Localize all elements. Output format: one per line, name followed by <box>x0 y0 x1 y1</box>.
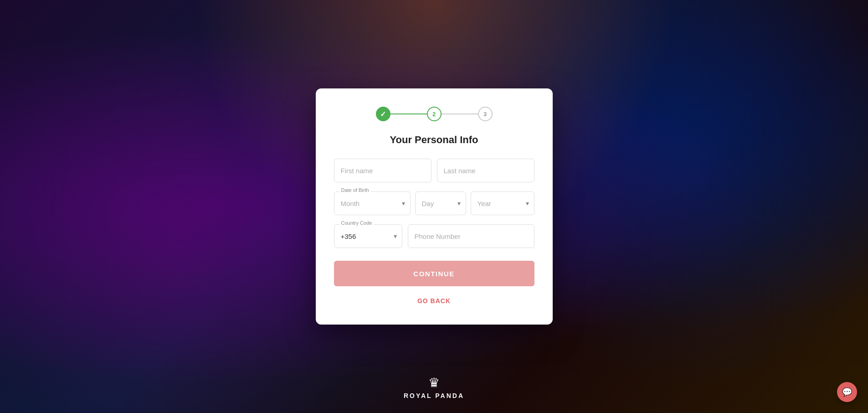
step-line-1 <box>390 114 427 114</box>
dob-label: Date of Birth <box>339 187 371 193</box>
step-1-circle <box>376 107 390 121</box>
year-select-wrapper: Year 2005200420032002 2001200019991998 1… <box>471 191 534 215</box>
country-code-select[interactable]: +356 +1 +44 +33 +49 +39 +34 <box>334 224 402 248</box>
day-group: Day 12345 678910 1112131415 1617181920 2… <box>415 191 466 215</box>
dob-group: Date of Birth Month January February Mar… <box>334 191 411 215</box>
month-select[interactable]: Month January February March April May J… <box>334 191 411 215</box>
continue-button[interactable]: CONTINUE <box>334 261 534 286</box>
go-back-button[interactable]: GO BACK <box>334 294 534 308</box>
registration-modal: 2 3 Your Personal Info Date of Birth <box>316 88 553 325</box>
logo-text: Royal Panda <box>404 392 464 399</box>
step-3-circle: 3 <box>478 107 493 121</box>
last-name-input[interactable] <box>437 159 534 182</box>
phone-row: Country Code +356 +1 +44 +33 +49 +39 +34 <box>334 224 534 248</box>
day-select[interactable]: Day 12345 678910 1112131415 1617181920 2… <box>415 191 466 215</box>
first-name-group <box>334 159 431 182</box>
country-code-group: Country Code +356 +1 +44 +33 +49 +39 +34 <box>334 224 402 248</box>
month-select-wrapper: Month January February March April May J… <box>334 191 411 215</box>
chat-button[interactable]: 💬 <box>837 382 857 402</box>
bottom-logo: ♛ Royal Panda <box>404 375 464 399</box>
main-overlay: 2 3 Your Personal Info Date of Birth <box>0 0 868 413</box>
name-row <box>334 159 534 182</box>
country-code-select-wrapper: +356 +1 +44 +33 +49 +39 +34 <box>334 224 402 248</box>
step-2-circle: 2 <box>427 107 442 121</box>
dob-row: Date of Birth Month January February Mar… <box>334 191 534 215</box>
last-name-group <box>437 159 534 182</box>
phone-number-input[interactable] <box>408 224 534 248</box>
crown-icon: ♛ <box>428 375 440 390</box>
year-group: Year 2005200420032002 2001200019991998 1… <box>471 191 534 215</box>
step-line-2 <box>442 114 478 114</box>
day-select-wrapper: Day 12345 678910 1112131415 1617181920 2… <box>415 191 466 215</box>
first-name-input[interactable] <box>334 159 431 182</box>
page-title: Your Personal Info <box>334 134 534 146</box>
year-select[interactable]: Year 2005200420032002 2001200019991998 1… <box>471 191 534 215</box>
chat-icon: 💬 <box>842 387 852 397</box>
progress-stepper: 2 3 <box>334 107 534 121</box>
country-code-label: Country Code <box>339 220 374 226</box>
phone-number-group <box>408 224 534 248</box>
